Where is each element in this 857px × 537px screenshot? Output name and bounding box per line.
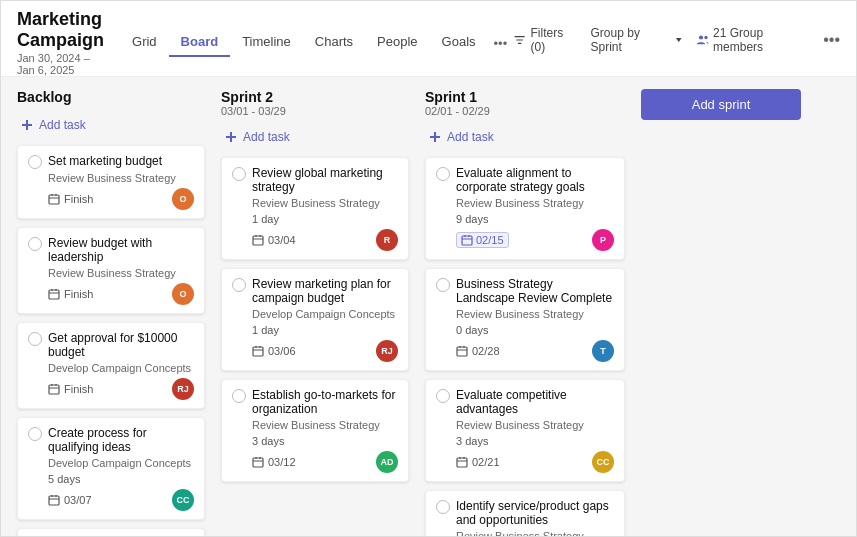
plus-icon bbox=[225, 131, 237, 143]
people-icon bbox=[696, 33, 709, 47]
add-sprint-button[interactable]: Add sprint bbox=[641, 89, 801, 120]
calendar-icon bbox=[48, 193, 60, 205]
card-subtitle: Review Business Strategy bbox=[436, 530, 614, 536]
svg-point-0 bbox=[699, 35, 703, 39]
column-title-sprint1: Sprint 1 bbox=[425, 89, 625, 105]
filter-label: Filters (0) bbox=[530, 26, 578, 54]
column-header-sprint2: Sprint 2 03/01 - 03/29 bbox=[221, 89, 409, 117]
svg-rect-7 bbox=[253, 347, 263, 356]
svg-rect-3 bbox=[49, 290, 59, 299]
card-title: Review global marketing strategy bbox=[232, 166, 398, 194]
card-footer: Finish O bbox=[28, 188, 194, 210]
calendar-icon bbox=[461, 234, 473, 246]
card-status-circle[interactable] bbox=[232, 389, 246, 403]
card-status-circle[interactable] bbox=[28, 237, 42, 251]
card-status-circle[interactable] bbox=[436, 167, 450, 181]
column-header-sprint1: Sprint 1 02/01 - 02/29 bbox=[425, 89, 625, 117]
card-footer: Finish RJ bbox=[28, 378, 194, 400]
card-status-circle[interactable] bbox=[28, 332, 42, 346]
avatar: RJ bbox=[172, 378, 194, 400]
card-establish-go-to-markets: Establish go-to-markets for organization… bbox=[221, 379, 409, 482]
add-task-label: Add task bbox=[39, 118, 86, 132]
tab-people[interactable]: People bbox=[365, 28, 429, 57]
avatar: RJ bbox=[376, 340, 398, 362]
tab-board[interactable]: Board bbox=[169, 28, 231, 57]
card-subtitle: Develop Campaign Concepts bbox=[28, 457, 194, 469]
card-create-process-qualifying: Create process for qualifying ideas Deve… bbox=[17, 417, 205, 520]
add-task-sprint2[interactable]: Add task bbox=[221, 125, 409, 149]
header: Marketing Campaign Jan 30, 2024 – Jan 6,… bbox=[1, 1, 856, 77]
card-status-circle[interactable] bbox=[28, 155, 42, 169]
avatar: CC bbox=[592, 451, 614, 473]
card-date: 03/07 bbox=[48, 494, 92, 506]
nav-tabs-container: Grid Board Timeline Charts People Goals … bbox=[104, 28, 513, 57]
svg-point-1 bbox=[704, 35, 707, 38]
card-status-circle[interactable] bbox=[232, 167, 246, 181]
card-business-strategy-landscape: Business Strategy Landscape Review Compl… bbox=[425, 268, 625, 371]
column-dates-sprint2: 03/01 - 03/29 bbox=[221, 105, 409, 117]
column-backlog: Backlog Add task Set marketing budget Re… bbox=[17, 89, 205, 524]
filter-button[interactable]: Filters (0) bbox=[513, 26, 578, 54]
card-status-circle[interactable] bbox=[436, 278, 450, 292]
chevron-down-icon bbox=[674, 35, 683, 45]
card-date: Finish bbox=[48, 383, 93, 395]
avatar: R bbox=[376, 229, 398, 251]
card-footer: 02/21 CC bbox=[436, 451, 614, 473]
column-title-sprint2: Sprint 2 bbox=[221, 89, 409, 105]
card-review-marketing-plan: Review marketing plan for campaign budge… bbox=[221, 268, 409, 371]
add-task-sprint1[interactable]: Add task bbox=[425, 125, 625, 149]
nav-tabs: Grid Board Timeline Charts People Goals … bbox=[120, 28, 513, 57]
card-title: Business Strategy Landscape Review Compl… bbox=[436, 277, 614, 305]
card-title: Evaluate alignment to corporate strategy… bbox=[436, 166, 614, 194]
card-review-budget-leadership: Review budget with leadership Review Bus… bbox=[17, 227, 205, 314]
svg-rect-9 bbox=[462, 236, 472, 245]
card-date: 03/04 bbox=[252, 234, 296, 246]
header-left: Marketing Campaign Jan 30, 2024 – Jan 6,… bbox=[17, 9, 104, 76]
card-days: 1 day bbox=[232, 213, 398, 225]
card-subtitle: Develop Campaign Concepts bbox=[28, 362, 194, 374]
nav-more-icon[interactable]: ••• bbox=[488, 30, 514, 57]
card-title: Set marketing budget bbox=[28, 154, 194, 169]
tab-goals[interactable]: Goals bbox=[430, 28, 488, 57]
header-more-icon[interactable]: ••• bbox=[823, 31, 840, 49]
svg-rect-11 bbox=[457, 458, 467, 467]
card-evaluate-competitive: Evaluate competitive advantages Review B… bbox=[425, 379, 625, 482]
add-task-label: Add task bbox=[243, 130, 290, 144]
svg-rect-8 bbox=[253, 458, 263, 467]
card-footer: 03/06 RJ bbox=[232, 340, 398, 362]
card-footer: 02/15 P bbox=[436, 229, 614, 251]
card-status-circle[interactable] bbox=[28, 427, 42, 441]
card-footer: 02/28 T bbox=[436, 340, 614, 362]
card-subtitle: Review Business Strategy bbox=[436, 308, 614, 320]
group-by-label: Group by Sprint bbox=[591, 26, 671, 54]
header-right: Filters (0) Group by Sprint 21 Group mem… bbox=[513, 26, 840, 60]
avatar: P bbox=[592, 229, 614, 251]
members-button[interactable]: 21 Group members bbox=[696, 26, 811, 54]
tab-timeline[interactable]: Timeline bbox=[230, 28, 303, 57]
tab-grid[interactable]: Grid bbox=[120, 28, 169, 57]
card-date: 02/28 bbox=[456, 345, 500, 357]
card-date: 02/15 bbox=[456, 232, 509, 248]
card-days: 1 day bbox=[232, 324, 398, 336]
card-title: Establish go-to-markets for organization bbox=[232, 388, 398, 416]
svg-rect-6 bbox=[253, 236, 263, 245]
card-footer: Finish O bbox=[28, 283, 194, 305]
group-by-button[interactable]: Group by Sprint bbox=[591, 26, 684, 54]
avatar: O bbox=[172, 188, 194, 210]
calendar-icon bbox=[456, 456, 468, 468]
card-days: 0 days bbox=[436, 324, 614, 336]
card-subtitle: Review Business Strategy bbox=[28, 267, 194, 279]
filter-icon bbox=[513, 33, 526, 47]
card-status-circle[interactable] bbox=[436, 389, 450, 403]
add-task-backlog[interactable]: Add task bbox=[17, 113, 205, 137]
calendar-icon bbox=[252, 456, 264, 468]
calendar-icon bbox=[252, 234, 264, 246]
column-header-backlog: Backlog bbox=[17, 89, 205, 105]
card-title: Review marketing plan for campaign budge… bbox=[232, 277, 398, 305]
plus-icon bbox=[21, 119, 33, 131]
tab-charts[interactable]: Charts bbox=[303, 28, 365, 57]
card-footer: 03/07 CC bbox=[28, 489, 194, 511]
card-status-circle[interactable] bbox=[436, 500, 450, 514]
card-days: 9 days bbox=[436, 213, 614, 225]
card-status-circle[interactable] bbox=[232, 278, 246, 292]
